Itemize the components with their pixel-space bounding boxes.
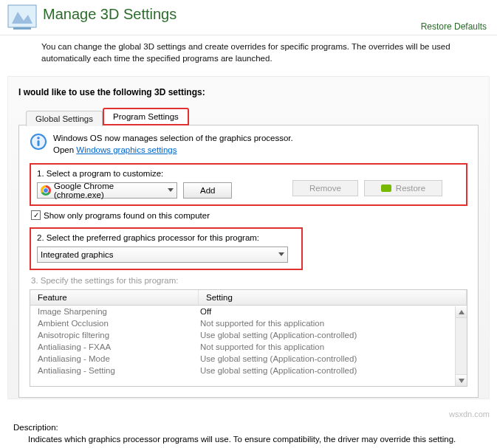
table-row[interactable]: Ambient OcclusionNot supported for this … bbox=[30, 317, 467, 329]
nvidia-icon bbox=[381, 185, 391, 192]
section2-label: 2. Select the preferred graphics process… bbox=[37, 233, 295, 242]
svg-point-5 bbox=[37, 137, 40, 139]
cell-feature: Antialiasing - Setting bbox=[30, 366, 199, 375]
gpu-select-value: Integrated graphics bbox=[41, 250, 113, 259]
intro-text: You can change the global 3D settings an… bbox=[0, 35, 497, 72]
show-only-label: Show only programs found on this compute… bbox=[44, 211, 210, 220]
show-only-checkbox[interactable]: ✓ bbox=[31, 210, 41, 220]
program-select-value: Google Chrome (chrome.exe) bbox=[54, 182, 163, 199]
col-feature[interactable]: Feature bbox=[30, 290, 199, 305]
tab-global-settings[interactable]: Global Settings bbox=[26, 111, 103, 126]
restore-button: Restore bbox=[364, 180, 442, 196]
cell-setting: Not supported for this application bbox=[199, 342, 467, 351]
panel-title: I would like to use the following 3D set… bbox=[18, 87, 479, 97]
cell-setting: Use global setting (Application-controll… bbox=[199, 354, 467, 363]
svg-marker-7 bbox=[168, 188, 174, 192]
tabs: Global Settings Program Settings bbox=[26, 108, 479, 125]
info-row: Windows OS now manages selection of the … bbox=[30, 133, 467, 156]
svg-rect-0 bbox=[8, 5, 36, 27]
cell-setting: Off bbox=[199, 307, 467, 316]
svg-marker-8 bbox=[278, 252, 284, 256]
cell-feature: Antialiasing - Mode bbox=[30, 354, 199, 363]
section1-label: 1. Select a program to customize: bbox=[37, 169, 460, 178]
tab-body: Windows OS now manages selection of the … bbox=[18, 125, 479, 398]
show-only-row[interactable]: ✓ Show only programs found on this compu… bbox=[31, 210, 467, 220]
description-block: Description: Indicates which graphics pr… bbox=[13, 423, 484, 444]
chrome-icon bbox=[41, 185, 51, 196]
info-text: Windows OS now manages selection of the … bbox=[53, 133, 293, 156]
windows-graphics-link[interactable]: Windows graphics settings bbox=[76, 145, 176, 154]
info-line1: Windows OS now manages selection of the … bbox=[53, 134, 293, 142]
cell-feature: Anisotropic filtering bbox=[30, 331, 199, 340]
svg-rect-6 bbox=[38, 140, 40, 146]
description-title: Description: bbox=[13, 423, 484, 432]
program-select[interactable]: Google Chrome (chrome.exe) bbox=[37, 182, 177, 199]
cell-setting: Use global setting (Application-controll… bbox=[199, 366, 467, 375]
settings-panel: I would like to use the following 3D set… bbox=[7, 76, 490, 399]
cell-setting: Not supported for this application bbox=[199, 319, 467, 328]
svg-marker-10 bbox=[459, 379, 465, 383]
svg-marker-9 bbox=[459, 310, 465, 314]
info-line2-prefix: Open bbox=[53, 145, 76, 154]
settings-table: Feature Setting Image SharpeningOffAmbie… bbox=[30, 289, 467, 387]
table-row[interactable]: Antialiasing - ModeUse global setting (A… bbox=[30, 353, 467, 365]
info-icon bbox=[30, 133, 47, 151]
section3-label: 3. Specify the settings for this program… bbox=[31, 276, 467, 285]
chevron-down-icon bbox=[168, 188, 174, 193]
watermark: wsxdn.com bbox=[449, 410, 490, 418]
restore-button-label: Restore bbox=[396, 184, 425, 193]
restore-defaults-link[interactable]: Restore Defaults bbox=[421, 21, 487, 32]
col-setting[interactable]: Setting bbox=[199, 290, 467, 305]
page-title: Manage 3D Settings bbox=[43, 6, 176, 23]
cell-feature: Ambient Occlusion bbox=[30, 319, 199, 328]
scroll-down-icon[interactable] bbox=[456, 374, 467, 386]
scroll-up-icon[interactable] bbox=[456, 306, 467, 318]
gpu-select[interactable]: Integrated graphics bbox=[37, 247, 288, 263]
add-button[interactable]: Add bbox=[183, 182, 232, 199]
cell-feature: Image Sharpening bbox=[30, 307, 199, 316]
remove-button: Remove bbox=[292, 180, 358, 196]
svg-rect-2 bbox=[13, 27, 31, 30]
settings-3d-icon bbox=[7, 4, 37, 31]
page-header: Manage 3D Settings Restore Defaults bbox=[0, 0, 497, 35]
chevron-down-icon bbox=[278, 252, 284, 257]
table-row[interactable]: Anisotropic filteringUse global setting … bbox=[30, 329, 467, 341]
tab-program-settings[interactable]: Program Settings bbox=[103, 108, 189, 125]
table-row[interactable]: Antialiasing - SettingUse global setting… bbox=[30, 365, 467, 376]
table-row[interactable]: Antialiasing - FXAANot supported for thi… bbox=[30, 341, 467, 353]
section2-highlight: 2. Select the preferred graphics process… bbox=[30, 227, 303, 270]
table-row[interactable]: Image SharpeningOff bbox=[30, 306, 467, 317]
cell-feature: Antialiasing - FXAA bbox=[30, 342, 199, 351]
table-header: Feature Setting bbox=[30, 290, 467, 306]
scrollbar[interactable] bbox=[455, 306, 467, 386]
cell-setting: Use global setting (Application-controll… bbox=[199, 331, 467, 340]
table-body: Image SharpeningOffAmbient OcclusionNot … bbox=[30, 306, 467, 376]
description-text: Indicates which graphics processor progr… bbox=[13, 435, 484, 444]
